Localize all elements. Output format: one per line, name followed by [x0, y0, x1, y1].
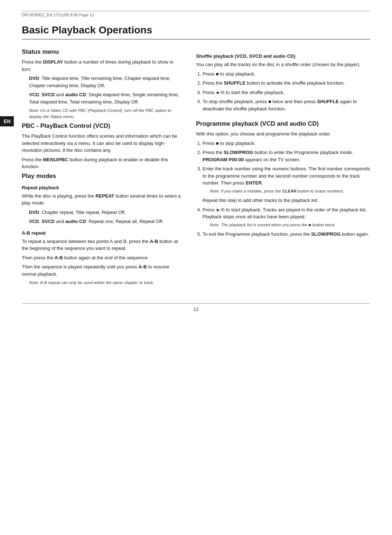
play-modes-section: Play modes Repeat playback While the dis… — [22, 173, 181, 286]
shuffle-step-4: To stop shuffle playback, press ■ twice … — [203, 98, 370, 112]
shuffle-section: Shuffle playback (VCD, SVCD and audio CD… — [196, 53, 370, 112]
status-menu-note: Note: On a Video CD with PBC (Playback C… — [29, 108, 181, 119]
status-menu-section: Status menu Press the DISPLAY button a n… — [22, 48, 181, 119]
note-erase: Note: The playback list is erased when y… — [210, 222, 370, 228]
repeat-playback-heading: Repeat playback — [22, 185, 181, 190]
prog-step-2: Press the SLOW/PROG button to enter the … — [203, 149, 370, 163]
ab-para3: Then the sequence is played repeatedly u… — [22, 263, 181, 277]
en-badge: EN — [0, 116, 14, 126]
left-column: Status menu Press the DISPLAY button a n… — [22, 48, 181, 289]
note-clear: Note: If you make a mistake, press the C… — [210, 188, 370, 194]
header-meta: DPL953REC_EN 17/11/05 8:58 Page 12 — [22, 13, 94, 17]
status-vcd-block: VCD, SVCD and audio CD: Single elapsed t… — [29, 91, 181, 105]
two-column-layout: Status menu Press the DISPLAY button a n… — [22, 48, 370, 289]
repeat-dvd: DVD: Chapter repeat, Title repeat, Repea… — [29, 209, 181, 216]
shuffle-step-2: Press the SHUFFLE button to activate the… — [203, 80, 370, 87]
pbc-heading: PBC - PlayBack Control (VCD) — [22, 122, 181, 130]
prog-step-5: To exit the Programme playback function,… — [203, 231, 370, 238]
page-title: Basic Playback Operations — [22, 24, 370, 40]
ab-repeat-heading: A-B repeat — [22, 230, 181, 236]
pbc-para1: The PlayBack Control function offers sce… — [22, 133, 181, 154]
repeat-step-note: Repeat this step to add other tracks to … — [203, 197, 370, 204]
repeat-vcd: VCD, SVCD and audio CD: Repeat one, Repe… — [29, 218, 181, 225]
status-menu-intro: Press the DISPLAY button a number of tim… — [22, 58, 181, 73]
status-dvd-block: DVD: Title elapsed time, Title remaining… — [29, 75, 181, 89]
shuffle-intro: You can play all the tracks on the disc … — [196, 61, 370, 68]
shuffle-heading: Shuffle playback (VCD, SVCD and audio CD… — [196, 53, 370, 59]
programme-heading: Programme playback (VCD and audio CD) — [196, 120, 370, 127]
prog-step-3: Enter the track number using the numeric… — [203, 165, 370, 204]
ab-note: Note: A-B repeat can only be used within… — [29, 280, 181, 286]
shuffle-step-1: Press ■ to stop playback. — [203, 70, 370, 78]
pbc-para2: Press the MENU/PBC button during playbac… — [22, 156, 181, 170]
programme-steps: Press ■ to stop playback. Press the SLOW… — [203, 140, 370, 238]
programme-section: Programme playback (VCD and audio CD) Wi… — [196, 120, 370, 238]
shuffle-step-3: Press ►/II to start the shuffle playback… — [203, 89, 370, 96]
ab-para2: Then press the A-B button again at the e… — [22, 254, 181, 262]
play-modes-heading: Play modes — [22, 173, 181, 180]
programme-intro: With this option, you choose and program… — [196, 130, 370, 138]
prog-step-4: Press ►/II to start playback. Tracks are… — [203, 206, 370, 228]
shuffle-steps: Press ■ to stop playback. Press the SHUF… — [203, 70, 370, 113]
ab-para1: To repeat a sequence between two points … — [22, 238, 181, 252]
page-number: 12 — [193, 307, 199, 312]
right-column: Shuffle playback (VCD, SVCD and audio CD… — [196, 48, 370, 289]
page-footer: 12 — [22, 303, 370, 312]
page-wrapper: DPL953REC_EN 17/11/05 8:58 Page 12 Basic… — [0, 0, 392, 334]
status-menu-heading: Status menu — [22, 48, 181, 56]
repeat-intro: While the disc is playing, press the REP… — [22, 192, 181, 207]
header-bar: DPL953REC_EN 17/11/05 8:58 Page 12 — [22, 11, 370, 17]
prog-step-1: Press ■ to stop playback. — [203, 140, 370, 147]
pbc-section: PBC - PlayBack Control (VCD) The PlayBac… — [22, 122, 181, 170]
